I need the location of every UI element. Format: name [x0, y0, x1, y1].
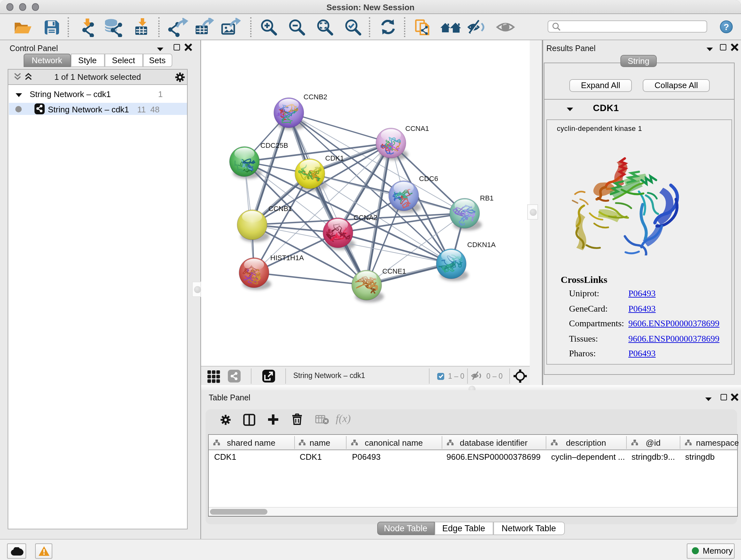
svg-text:CCNE1: CCNE1: [382, 267, 406, 275]
svg-text:CDC6: CDC6: [419, 175, 438, 183]
svg-text:CCNB2: CCNB2: [304, 93, 327, 101]
svg-text:CDC25B: CDC25B: [260, 141, 288, 149]
svg-text:CCNA2: CCNA2: [354, 213, 378, 222]
svg-text:CDKN1A: CDKN1A: [467, 241, 496, 249]
svg-text:CDK1: CDK1: [325, 154, 344, 162]
svg-text:CCNA1: CCNA1: [405, 125, 429, 132]
svg-text:CCNB1: CCNB1: [268, 205, 292, 212]
svg-text:RB1: RB1: [480, 194, 494, 202]
svg-text:HIST1H1A: HIST1H1A: [270, 254, 304, 262]
